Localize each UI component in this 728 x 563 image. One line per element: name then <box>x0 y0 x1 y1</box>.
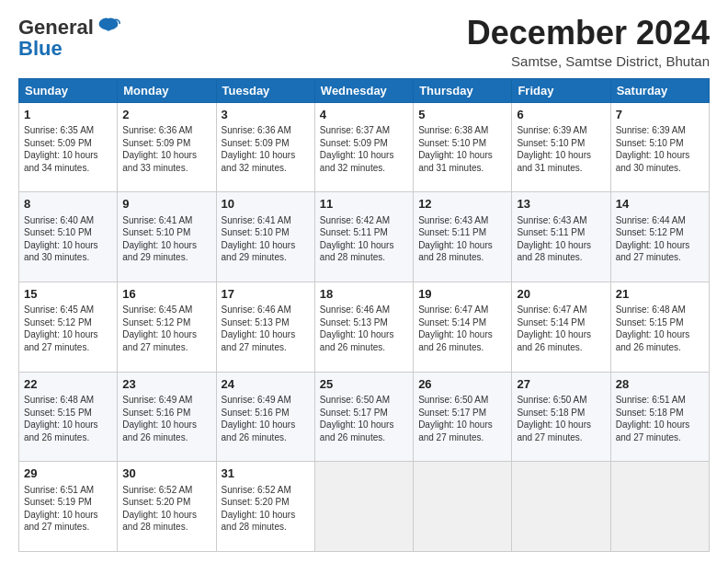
sunrise-label: Sunrise: 6:50 AM <box>418 395 488 405</box>
day-number: 31 <box>222 465 310 482</box>
day-number: 29 <box>24 465 112 482</box>
sunrise-label: Sunrise: 6:47 AM <box>517 304 586 315</box>
sunrise-label: Sunrise: 6:47 AM <box>418 304 488 315</box>
sunset-label: Sunset: 5:15 PM <box>24 408 92 418</box>
sunset-label: Sunset: 5:09 PM <box>122 138 190 148</box>
day-number: 8 <box>24 196 112 213</box>
sunset-label: Sunset: 5:10 PM <box>222 227 290 237</box>
daylight-label: Daylight: 10 hours and 27 minutes. <box>24 329 98 352</box>
sunset-label: Sunset: 5:13 PM <box>222 317 290 327</box>
daylight-label: Daylight: 10 hours and 27 minutes. <box>616 419 690 442</box>
sunset-label: Sunset: 5:15 PM <box>616 317 684 327</box>
calendar-cell: 21 Sunrise: 6:48 AM Sunset: 5:15 PM Dayl… <box>610 282 709 372</box>
day-number: 20 <box>517 286 605 303</box>
calendar-cell: 5 Sunrise: 6:38 AM Sunset: 5:10 PM Dayli… <box>414 102 512 192</box>
sunrise-label: Sunrise: 6:41 AM <box>222 215 291 225</box>
daylight-label: Daylight: 10 hours and 29 minutes. <box>222 240 296 263</box>
day-number: 23 <box>122 376 210 393</box>
sunrise-label: Sunrise: 6:50 AM <box>320 395 390 405</box>
daylight-label: Daylight: 10 hours and 27 minutes. <box>122 329 197 352</box>
calendar-week-4: 22 Sunrise: 6:48 AM Sunset: 5:15 PM Dayl… <box>19 372 710 462</box>
sunset-label: Sunset: 5:09 PM <box>320 138 388 148</box>
sunset-label: Sunset: 5:10 PM <box>24 227 92 237</box>
sunset-label: Sunset: 5:13 PM <box>320 317 388 327</box>
calendar-cell: 30 Sunrise: 6:52 AM Sunset: 5:20 PM Dayl… <box>118 462 216 552</box>
location: Samtse, Samtse District, Bhutan <box>467 53 710 69</box>
sunset-label: Sunset: 5:16 PM <box>222 408 290 418</box>
day-number: 30 <box>122 465 210 482</box>
sunrise-label: Sunrise: 6:48 AM <box>24 395 94 405</box>
day-number: 14 <box>616 196 704 213</box>
sunrise-label: Sunrise: 6:52 AM <box>122 485 192 495</box>
day-number: 24 <box>222 376 310 393</box>
logo-text: General Blue <box>18 15 121 61</box>
calendar-cell: 14 Sunrise: 6:44 AM Sunset: 5:12 PM Dayl… <box>610 192 709 282</box>
daylight-label: Daylight: 10 hours and 31 minutes. <box>418 150 493 173</box>
calendar-cell: 13 Sunrise: 6:43 AM Sunset: 5:11 PM Dayl… <box>512 192 610 282</box>
sunrise-label: Sunrise: 6:49 AM <box>122 395 192 405</box>
calendar-cell <box>512 462 610 552</box>
daylight-label: Daylight: 10 hours and 27 minutes. <box>222 329 296 352</box>
daylight-label: Daylight: 10 hours and 26 minutes. <box>122 419 197 442</box>
col-header-friday: Friday <box>512 78 610 102</box>
calendar-week-5: 29 Sunrise: 6:51 AM Sunset: 5:19 PM Dayl… <box>19 462 710 552</box>
sunrise-label: Sunrise: 6:50 AM <box>517 395 586 405</box>
day-number: 19 <box>418 286 506 303</box>
sunrise-label: Sunrise: 6:44 AM <box>616 215 686 225</box>
calendar-cell: 31 Sunrise: 6:52 AM Sunset: 5:20 PM Dayl… <box>216 462 314 552</box>
calendar-table: SundayMondayTuesdayWednesdayThursdayFrid… <box>18 78 710 552</box>
month-title: December 2024 <box>467 15 710 52</box>
calendar-week-1: 1 Sunrise: 6:35 AM Sunset: 5:09 PM Dayli… <box>19 102 710 192</box>
day-number: 26 <box>418 376 506 393</box>
day-number: 1 <box>24 107 112 123</box>
col-header-saturday: Saturday <box>610 78 709 102</box>
sunset-label: Sunset: 5:14 PM <box>517 317 585 327</box>
day-number: 4 <box>320 107 408 123</box>
day-number: 21 <box>616 286 704 303</box>
header: General Blue December 2024 Samtse, Samts… <box>18 15 710 69</box>
daylight-label: Daylight: 10 hours and 32 minutes. <box>320 150 394 173</box>
sunrise-label: Sunrise: 6:45 AM <box>122 304 192 315</box>
day-number: 17 <box>222 286 310 303</box>
daylight-label: Daylight: 10 hours and 26 minutes. <box>517 329 591 352</box>
sunrise-label: Sunrise: 6:45 AM <box>24 304 94 315</box>
day-number: 18 <box>320 286 408 303</box>
sunrise-label: Sunrise: 6:40 AM <box>24 215 94 225</box>
day-number: 9 <box>122 196 210 213</box>
sunset-label: Sunset: 5:09 PM <box>222 138 290 148</box>
calendar-cell: 15 Sunrise: 6:45 AM Sunset: 5:12 PM Dayl… <box>19 282 118 372</box>
sunset-label: Sunset: 5:14 PM <box>418 317 486 327</box>
col-header-thursday: Thursday <box>414 78 512 102</box>
sunrise-label: Sunrise: 6:41 AM <box>122 215 192 225</box>
daylight-label: Daylight: 10 hours and 26 minutes. <box>616 329 690 352</box>
sunrise-label: Sunrise: 6:51 AM <box>616 395 686 405</box>
day-number: 15 <box>24 286 112 303</box>
sunrise-label: Sunrise: 6:43 AM <box>418 215 488 225</box>
day-number: 13 <box>517 196 605 213</box>
calendar-cell: 3 Sunrise: 6:36 AM Sunset: 5:09 PM Dayli… <box>216 102 314 192</box>
sunset-label: Sunset: 5:10 PM <box>418 138 486 148</box>
daylight-label: Daylight: 10 hours and 34 minutes. <box>24 150 98 173</box>
calendar-cell: 28 Sunrise: 6:51 AM Sunset: 5:18 PM Dayl… <box>610 372 709 462</box>
sunrise-label: Sunrise: 6:52 AM <box>222 485 291 495</box>
daylight-label: Daylight: 10 hours and 30 minutes. <box>24 240 98 263</box>
daylight-label: Daylight: 10 hours and 27 minutes. <box>517 419 591 442</box>
calendar-week-3: 15 Sunrise: 6:45 AM Sunset: 5:12 PM Dayl… <box>19 282 710 372</box>
sunset-label: Sunset: 5:17 PM <box>320 408 388 418</box>
calendar-cell: 10 Sunrise: 6:41 AM Sunset: 5:10 PM Dayl… <box>216 192 314 282</box>
sunset-label: Sunset: 5:10 PM <box>122 227 190 237</box>
day-number: 2 <box>122 107 210 123</box>
sunset-label: Sunset: 5:12 PM <box>122 317 190 327</box>
col-header-monday: Monday <box>118 78 216 102</box>
calendar-cell: 23 Sunrise: 6:49 AM Sunset: 5:16 PM Dayl… <box>118 372 216 462</box>
sunrise-label: Sunrise: 6:36 AM <box>122 125 192 135</box>
day-number: 16 <box>122 286 210 303</box>
daylight-label: Daylight: 10 hours and 29 minutes. <box>122 240 197 263</box>
calendar-cell <box>610 462 709 552</box>
calendar-cell: 4 Sunrise: 6:37 AM Sunset: 5:09 PM Dayli… <box>314 102 413 192</box>
day-number: 28 <box>616 376 704 393</box>
day-number: 6 <box>517 107 605 123</box>
day-number: 11 <box>320 196 408 213</box>
page: General Blue December 2024 Samtse, Samts… <box>0 0 728 563</box>
daylight-label: Daylight: 10 hours and 26 minutes. <box>24 419 98 442</box>
